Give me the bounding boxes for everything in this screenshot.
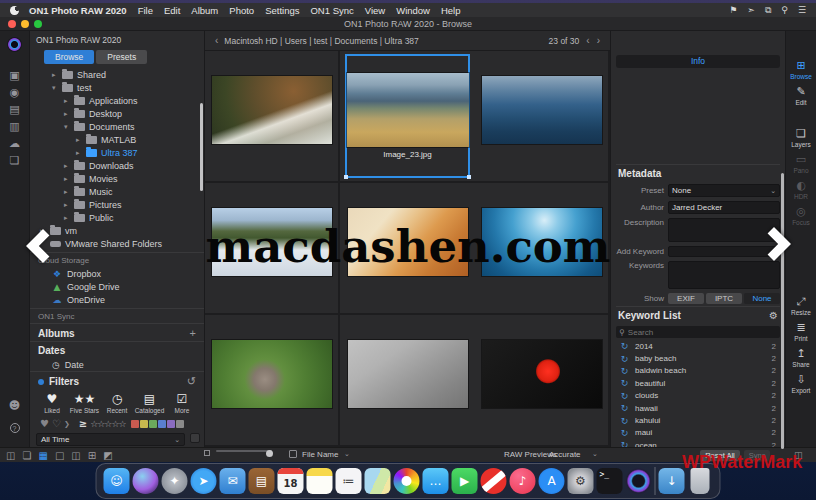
folder-row[interactable]: ▸ Pictures [30, 198, 204, 211]
sync-circle-icon[interactable]: ↻ [620, 341, 629, 351]
sync-circle-icon[interactable]: ↻ [620, 366, 629, 376]
sort-select[interactable]: File Name [302, 450, 338, 459]
calendar[interactable]: 18 [278, 468, 304, 494]
safari[interactable]: ➤ [191, 468, 217, 494]
menu-item[interactable]: Album [191, 5, 218, 16]
greater-equal-icon[interactable]: ≥ [79, 418, 87, 429]
system-preferences[interactable]: ⚙ [568, 468, 594, 494]
menu-item[interactable]: Window [396, 5, 430, 16]
disclosure-chevron-icon[interactable]: ▸ [64, 97, 70, 105]
prev-photo-icon[interactable]: ‹ [586, 35, 589, 46]
folder-row[interactable]: ▸ Public [30, 211, 204, 224]
disclosure-chevron-icon[interactable]: ▸ [76, 136, 82, 144]
time-filter-option-box[interactable] [190, 433, 200, 443]
folder-row[interactable]: ▾ test [30, 81, 204, 94]
keyword-search[interactable]: ⚲ [616, 326, 780, 338]
show-segment-button[interactable]: EXIF [668, 293, 704, 304]
notes[interactable] [307, 468, 333, 494]
folder-row[interactable]: ▸ Downloads [30, 159, 204, 172]
photo-thumbnail[interactable] [348, 340, 468, 408]
terminal[interactable]: >_ [597, 468, 623, 494]
siri[interactable] [133, 468, 159, 494]
date-item[interactable]: ◷ Date [30, 358, 204, 371]
sidebar-scrollbar[interactable] [200, 103, 203, 191]
sync-circle-icon[interactable]: ↻ [620, 378, 629, 388]
cursor-icon[interactable]: ➣ [747, 5, 755, 16]
module-button[interactable]: ✎ Edit [795, 86, 806, 106]
survey-view-icon[interactable]: ⊞ [88, 450, 96, 461]
show-segment-button[interactable]: IPTC [706, 293, 742, 304]
reminders[interactable]: ≔ [336, 468, 362, 494]
next-photo-icon[interactable]: › [597, 35, 600, 46]
module-button[interactable]: ≣ Print [794, 322, 807, 342]
keywords-field[interactable] [668, 261, 780, 289]
sync-circle-icon[interactable]: ↻ [620, 391, 629, 401]
maps[interactable] [365, 468, 391, 494]
app-menu-title[interactable]: ON1 Photo RAW 2020 [29, 5, 127, 16]
sync-circle-icon[interactable]: ↻ [620, 428, 629, 438]
folders-icon[interactable]: ▤ [9, 104, 20, 115]
devices-icon[interactable]: ▣ [9, 70, 20, 81]
menu-item[interactable]: ON1 Sync [310, 5, 353, 16]
module-button[interactable]: ⊞ Browse [790, 60, 812, 80]
messages[interactable]: … [423, 468, 449, 494]
photo-cell[interactable] [475, 315, 610, 447]
filters-reset-icon[interactable]: ↺ [187, 375, 196, 388]
keyword-row[interactable]: ↻ baldwin beach 2 [616, 365, 780, 377]
photo-thumbnail[interactable] [482, 76, 602, 144]
downloads[interactable]: ↓ [659, 468, 685, 494]
color-swatch[interactable] [149, 420, 157, 428]
keyword-row[interactable]: ↻ 2014 2 [616, 340, 780, 352]
folder-row[interactable]: ▾ Documents [30, 120, 204, 133]
disclosure-chevron-icon[interactable]: ▾ [52, 84, 58, 92]
rating-arrow-icon[interactable]: ❯ [64, 420, 70, 428]
sidebar-tab[interactable]: Presets [96, 50, 147, 64]
preset-select[interactable]: None ⌄ [668, 184, 780, 197]
keyword-row[interactable]: ↻ hawaii 2 [616, 402, 780, 414]
camera-icon[interactable]: ◉ [9, 87, 20, 98]
launchpad[interactable]: ✦ [162, 468, 188, 494]
keyword-row[interactable]: ↻ maui 2 [616, 427, 780, 439]
photo-thumbnail[interactable] [482, 340, 602, 408]
star-rating-filter[interactable]: ☆☆☆☆☆ [90, 419, 125, 429]
keyword-row[interactable]: ↻ clouds 2 [616, 390, 780, 402]
sync-circle-icon[interactable]: ↻ [620, 416, 629, 426]
folder-row[interactable]: ▸ MATLAB [30, 133, 204, 146]
finder[interactable]: ☺ [104, 468, 130, 494]
keyword-row[interactable]: ↻ kahului 2 [616, 414, 780, 426]
photo-thumbnail[interactable] [212, 76, 332, 144]
cloud-service-row[interactable]: ❖ Dropbox [30, 267, 204, 280]
minimize-window-button[interactable] [21, 20, 29, 28]
folder-row[interactable]: ▸ Music [30, 185, 204, 198]
folder-row[interactable]: ▸ Desktop [30, 107, 204, 120]
disclosure-chevron-icon[interactable]: ▸ [64, 175, 70, 183]
disclosure-chevron-icon[interactable]: ▸ [64, 110, 70, 118]
folder-row[interactable]: ▸ Applications [30, 94, 204, 107]
keyword-row[interactable]: ↻ beautiful 2 [616, 377, 780, 389]
cloud-service-row[interactable]: ▲ Google Drive [30, 280, 204, 293]
facetime[interactable]: ▶ [452, 468, 478, 494]
disclosure-chevron-icon[interactable]: ▾ [64, 123, 70, 131]
photo-cell[interactable] [340, 315, 475, 447]
filter-chip[interactable]: ★★ Five Stars [69, 393, 101, 414]
info-tab-button[interactable]: Info [616, 55, 780, 68]
photo-thumbnail[interactable] [347, 73, 469, 147]
menu-item[interactable]: Photo [229, 5, 254, 16]
spotlight-icon[interactable]: ⚲ [781, 5, 788, 16]
gear-icon[interactable]: ⚙ [769, 310, 778, 321]
module-button[interactable]: ⤢ Resize [791, 296, 811, 316]
time-filter-select[interactable]: All Time ⌄ [36, 433, 185, 446]
filters-header[interactable]: Filters ↺ [30, 371, 204, 390]
module-button[interactable]: ▭ Pano [793, 154, 808, 174]
account-icon[interactable]: ☻ [9, 400, 20, 411]
apple-menu-icon[interactable] [10, 6, 19, 15]
disclosure-chevron-icon[interactable]: ▸ [64, 201, 70, 209]
thumbnail-size-slider[interactable] [216, 450, 272, 452]
keyword-row[interactable]: ↻ ocean 2 [616, 439, 780, 447]
slider-knob[interactable] [266, 450, 273, 457]
color-swatch[interactable] [158, 420, 166, 428]
app-store[interactable]: A [539, 468, 565, 494]
on1-app[interactable] [626, 468, 652, 494]
module-button[interactable]: ◐ HDR [794, 180, 808, 200]
compare-view-icon[interactable]: ◫ [71, 450, 80, 461]
